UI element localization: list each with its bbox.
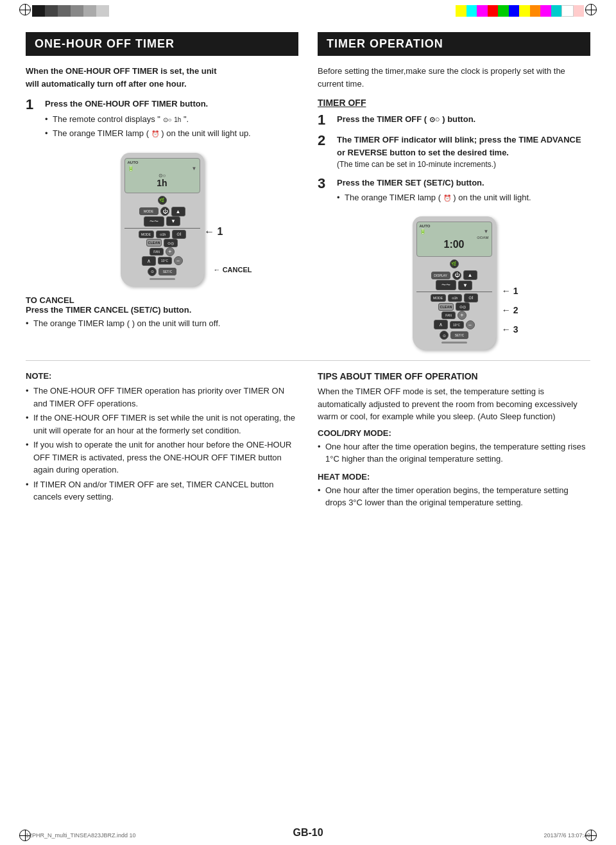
- btn-power-right[interactable]: ⏻: [452, 271, 461, 280]
- btn-advance-left[interactable]: ⊙I: [172, 230, 186, 239]
- btn-plus-left[interactable]: +: [166, 247, 175, 256]
- btn-leaf-left[interactable]: 🌿: [158, 196, 167, 205]
- to-cancel-heading: TO CANCEL: [26, 295, 298, 305]
- color-bars-right: [456, 5, 584, 17]
- remote-left: AUTO 🔋 ▼ ⊙○ 1h: [121, 153, 204, 286]
- tips-heading: TIPS ABOUT TIMER OFF OPERATION: [318, 371, 590, 381]
- btn-plus-right[interactable]: +: [458, 311, 466, 320]
- right-step1-num: 1: [318, 113, 330, 127]
- left-intro: When the ONE-HOUR OFF TIMER is set, the …: [26, 65, 298, 90]
- screen-arrow-left: ▼: [192, 166, 197, 171]
- right-intro: Before setting the timer,make sure the c…: [318, 65, 590, 90]
- btn-down-left[interactable]: ▼: [166, 216, 180, 226]
- right-step1: 1 Press the TIMER OFF ( ⊙○ ) button.: [318, 113, 590, 127]
- btn-setc-left[interactable]: SET/C: [158, 268, 176, 275]
- btn-wave-right[interactable]: 〜〜: [436, 280, 456, 290]
- btn-minus-right[interactable]: −: [466, 320, 475, 329]
- footer-date: 2013/7/6 13:07:40: [543, 832, 590, 839]
- btn-rev-left[interactable]: ⊙◎: [164, 239, 178, 247]
- to-cancel-section: TO CANCEL Press the TIMER CANCEL (SET/C)…: [26, 295, 298, 330]
- num-label-3: ← 3: [502, 324, 518, 335]
- to-cancel-bullet: The orange TIMER lamp ( ) on the unit wi…: [26, 317, 298, 330]
- num-label-1: ← 1: [502, 286, 518, 296]
- right-step2: 2 The TIMER OFF indicator will blink; pr…: [318, 134, 590, 170]
- right-section-header: TIMER OPERATION: [318, 32, 590, 56]
- screen-time-left: 1h: [128, 179, 197, 187]
- btn-timer-lamp-right[interactable]: ⊙: [440, 331, 449, 340]
- screen-auto-right: AUTO: [420, 224, 489, 228]
- right-step2-note: (The time can be set in 10-minute increm…: [337, 159, 590, 170]
- btn-leaf-right[interactable]: 🌿: [450, 259, 459, 268]
- screen-icon-right: 🔋: [420, 229, 426, 234]
- cancel-label: ← CANCEL: [214, 266, 252, 274]
- btn-arrow-up-right[interactable]: ∧: [434, 320, 448, 329]
- btn-fan-left[interactable]: FAN: [150, 248, 164, 256]
- right-step2-num: 2: [318, 134, 330, 148]
- reg-mark-tl: [19, 4, 31, 15]
- btn-timer-lamp-left[interactable]: ⊙: [148, 267, 157, 276]
- btn-mode-left[interactable]: MODE: [139, 231, 154, 238]
- left-step1-bullet2: The orange TIMER lamp ( ⏰ ) on the unit …: [45, 127, 251, 140]
- btn-setc-right[interactable]: SET/C: [450, 331, 468, 339]
- btn-clean-right[interactable]: CLEAN: [438, 303, 454, 311]
- right-step1-text: Press the TIMER OFF ( ⊙○ ) button.: [337, 114, 475, 124]
- timer-off-heading: TIMER OFF: [318, 98, 590, 108]
- note-bullet-3: If you wish to operate the unit for anot…: [26, 439, 298, 476]
- btn-temp-left[interactable]: 10°C: [158, 257, 172, 265]
- cool-dry-bullet: One hour after the time operation begins…: [318, 440, 590, 466]
- btn-clean-left[interactable]: CLEAN: [146, 239, 162, 247]
- btn-1h-right[interactable]: ⊙1h: [448, 294, 462, 302]
- left-step1-bullet1: The remote control displays " ⊙○ 1h ".: [45, 113, 251, 126]
- btn-temp-right[interactable]: 10°C: [450, 321, 464, 329]
- btn-display-left[interactable]: MODE: [139, 207, 158, 215]
- tips-text: When the TIMER OFF mode is set, the temp…: [318, 385, 590, 423]
- left-step1-num: 1: [26, 98, 38, 112]
- right-step3-bullet: The orange TIMER lamp ( ⏰ ) on the unit …: [337, 191, 531, 204]
- screen-time-right: 1:00: [420, 240, 489, 250]
- note-bullet-1: The ONE-HOUR OFF TIMER operation has pri…: [26, 385, 298, 410]
- left-step1-text: Press the ONE-HOUR OFF TIMER button.: [45, 99, 208, 109]
- left-section-header: ONE-HOUR OFF TIMER: [26, 32, 298, 56]
- remote-screen-right: AUTO 🔋 ▼ ⊙OAM 1:00: [416, 222, 492, 257]
- left-step1: 1 Press the ONE-HOUR OFF TIMER button. T…: [26, 98, 298, 146]
- btn-wave-left[interactable]: 〜〜: [144, 216, 164, 227]
- right-step2-text: The TIMER OFF indicator will blink; pres…: [337, 135, 581, 157]
- btn-display-right[interactable]: DISPLAY: [431, 272, 450, 279]
- remote-diagram-right: AUTO 🔋 ▼ ⊙OAM 1:00: [318, 216, 590, 350]
- cool-dry-heading: COOL/DRY MODE:: [318, 428, 590, 438]
- note-bullet-4: If TIMER ON and/or TIMER OFF are set, TI…: [26, 478, 298, 503]
- btn-down-right[interactable]: ▼: [458, 281, 472, 290]
- right-step3-num: 3: [318, 177, 330, 191]
- btn-mode-right[interactable]: MODE: [431, 294, 446, 302]
- screen-symbol-left: 🔋: [128, 166, 134, 171]
- btn-advance-right[interactable]: ⊙I: [464, 293, 478, 302]
- footer-file: 12PHR_N_multi_TINSEA823JBRZ.indd 10: [26, 832, 136, 839]
- step1-arrow-left: ← 1: [204, 226, 223, 238]
- note-bullet-2: If the ONE-HOUR OFF TIMER is set while t…: [26, 412, 298, 437]
- remote-right: AUTO 🔋 ▼ ⊙OAM 1:00: [413, 216, 496, 350]
- btn-rev-right[interactable]: ⊙◎: [456, 302, 470, 311]
- num-labels-right: ← 1 ← 2 ← 3: [502, 286, 518, 335]
- screen-auto-left: AUTO: [128, 161, 197, 164]
- reg-mark-tr: [585, 4, 597, 15]
- btn-arrow-up-left[interactable]: ∧: [142, 256, 156, 266]
- screen-arrow-right: ▼: [484, 229, 489, 234]
- heat-bullet: One hour after the timer operation begin…: [318, 484, 590, 509]
- right-step3: 3 Press the TIMER SET (SET/C) button. Th…: [318, 177, 590, 210]
- btn-power-left[interactable]: ⏻: [160, 207, 169, 216]
- bottom-section: NOTE: The ONE-HOUR OFF TIMER operation h…: [26, 371, 590, 516]
- btn-fan-right[interactable]: FAN: [441, 311, 456, 319]
- remote-screen-left: AUTO 🔋 ▼ ⊙○ 1h: [124, 158, 200, 193]
- btn-up-right[interactable]: ▲: [463, 270, 477, 280]
- btn-minus-left[interactable]: −: [174, 256, 183, 265]
- right-step3-text: Press the TIMER SET (SET/C) button.: [337, 178, 484, 187]
- note-heading: NOTE:: [26, 371, 298, 381]
- to-cancel-sub: Press the TIMER CANCEL (SET/C) button.: [26, 305, 298, 315]
- num-label-2: ← 2: [502, 305, 518, 315]
- main-divider: [26, 360, 590, 361]
- heat-heading: HEAT MODE:: [318, 472, 590, 482]
- btn-1h-left[interactable]: ⊙1h: [156, 231, 170, 238]
- remote-diagram-left: AUTO 🔋 ▼ ⊙○ 1h: [26, 153, 298, 286]
- btn-up-left[interactable]: ▲: [171, 207, 185, 216]
